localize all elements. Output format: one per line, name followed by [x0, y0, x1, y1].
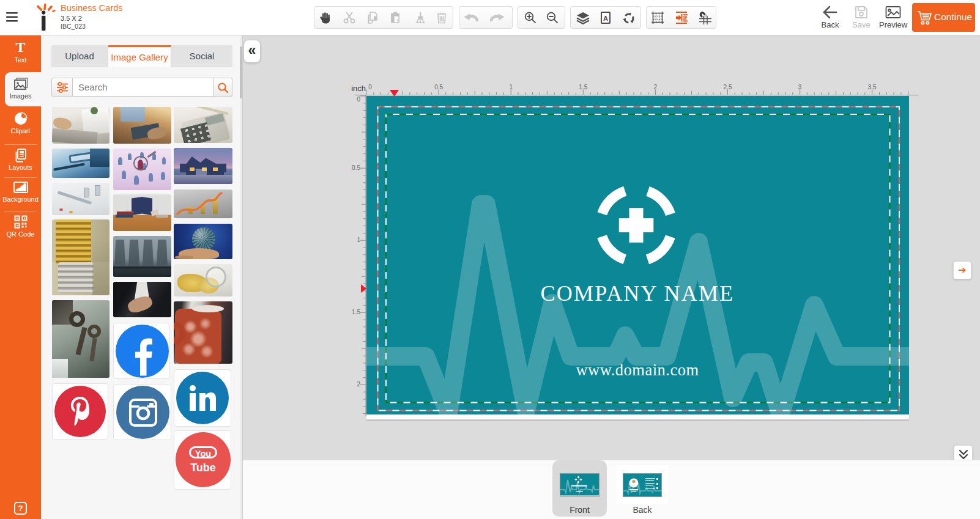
svg-text:0.5: 0.5 [352, 164, 360, 171]
svg-text:3: 3 [798, 84, 802, 90]
svg-text:1: 1 [509, 84, 513, 90]
svg-text:2: 2 [654, 84, 658, 90]
svg-text:0: 0 [357, 96, 360, 103]
svg-text:0: 0 [368, 84, 372, 90]
svg-text:0.5: 0.5 [434, 84, 443, 90]
svg-text:A: A [603, 15, 608, 22]
svg-text:1.5: 1.5 [579, 84, 587, 90]
svg-text:COMPANY NAME: COMPANY NAME [541, 281, 735, 306]
svg-text:2.5: 2.5 [724, 84, 732, 90]
svg-text:3.5: 3.5 [868, 84, 877, 90]
svg-text:www.domain.com: www.domain.com [576, 361, 699, 379]
svg-text:1.5: 1.5 [352, 309, 360, 315]
svg-text:inch: inch [351, 84, 366, 93]
svg-text:1: 1 [357, 237, 360, 243]
svg-text:2: 2 [357, 381, 360, 388]
